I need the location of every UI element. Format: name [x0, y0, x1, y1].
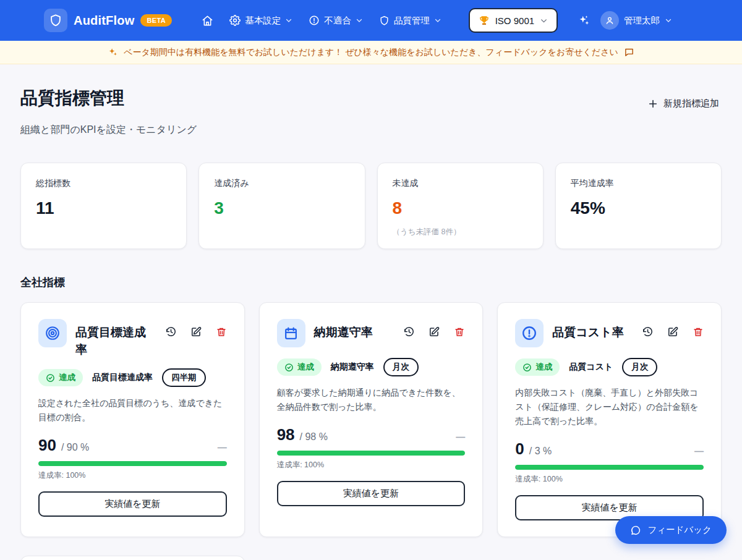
feedback-button[interactable]: フィードバック	[615, 516, 727, 544]
nav-item-settings[interactable]: 基本設定	[229, 15, 292, 27]
nav-item-nonconformity[interactable]: 不適合	[309, 15, 363, 27]
progress-label: 達成率: 100%	[515, 474, 704, 485]
stat-label: 総指標数	[36, 178, 171, 189]
edit-button[interactable]	[190, 326, 202, 337]
stat-card-total: 総指標数 11	[20, 163, 187, 249]
history-button[interactable]	[642, 326, 654, 337]
stat-value: 11	[36, 198, 171, 218]
nav-item-quality[interactable]: 品質管理	[379, 15, 441, 27]
chevron-down-icon	[285, 17, 292, 24]
nav-item-label: 基本設定	[245, 15, 281, 27]
calendar-icon	[277, 319, 305, 347]
delete-button[interactable]	[216, 326, 227, 337]
frequency-pill: 四半期	[162, 368, 206, 387]
user-menu[interactable]: 管理太郎	[600, 11, 672, 30]
update-actual-button[interactable]: 実績値を更新	[277, 481, 466, 506]
history-icon	[642, 326, 654, 337]
trash-icon	[216, 326, 227, 337]
chevron-down-icon	[540, 17, 548, 25]
delete-button[interactable]	[454, 326, 465, 337]
edit-button[interactable]	[429, 326, 440, 337]
sparkles-icon	[578, 14, 591, 27]
avatar	[600, 11, 619, 30]
status-badge: 達成	[277, 358, 322, 376]
sparkles-icon	[108, 47, 118, 57]
nav-home[interactable]	[202, 15, 213, 27]
edit-icon	[667, 326, 679, 337]
brand-name: AuditFlow	[74, 14, 134, 28]
kpi-target: / 90 %	[61, 442, 89, 453]
check-circle-icon	[284, 363, 294, 372]
top-navbar: AuditFlow BETA 基本設定 不適合 品質管理 ISO 9001	[0, 0, 742, 41]
kpi-target: / 98 %	[300, 431, 328, 443]
progress-label: 達成率: 100%	[38, 470, 227, 481]
banner-text: ベータ期間中は有料機能を無料でお試しいただけます！ ぜひ様々な機能をお試しいただ…	[124, 47, 618, 58]
kpi-value: 0	[515, 439, 524, 459]
chat-bubble-icon[interactable]	[624, 47, 634, 57]
kpi-title: 品質コスト率	[552, 319, 633, 341]
shield-icon	[379, 15, 390, 26]
page-subtitle: 組織と部門のKPIを設定・モニタリング	[20, 124, 722, 137]
kpi-description: 設定された全社の品質目標のうち、達成できた目標の割合。	[38, 396, 227, 425]
sparkles-button[interactable]	[578, 14, 591, 27]
kpi-grid: 品質目標達成率 達成 品質目標達成率 四半期 設定された全社の品質目標のうち、達…	[20, 302, 722, 537]
metric-name: 品質コスト	[569, 362, 613, 373]
kpi-description: 顧客が要求した納期通りに納品できた件数を、全納品件数で割った比率。	[277, 386, 466, 414]
history-button[interactable]	[403, 326, 415, 337]
stat-label: 平均達成率	[571, 178, 706, 189]
add-metric-button[interactable]: 新規指標追加	[646, 93, 722, 114]
nav-item-label: 品質管理	[394, 15, 430, 27]
history-icon	[165, 326, 177, 337]
trend-indicator: —	[456, 431, 465, 442]
feedback-label: フィードバック	[647, 524, 712, 536]
brand[interactable]: AuditFlow BETA	[44, 9, 172, 32]
progress-bar	[38, 461, 227, 466]
stat-label: 未達成	[393, 178, 528, 189]
home-icon	[202, 15, 213, 27]
beta-banner: ベータ期間中は有料機能を無料でお試しいただけます！ ぜひ様々な機能をお試しいただ…	[0, 41, 742, 64]
delete-button[interactable]	[693, 326, 704, 337]
chat-bubble-icon	[630, 525, 641, 536]
progress-bar	[515, 465, 704, 470]
stat-label: 達成済み	[214, 178, 349, 189]
frequency-pill: 月次	[622, 358, 657, 376]
frequency-pill: 月次	[383, 358, 419, 376]
metric-name: 納期遵守率	[331, 362, 374, 373]
check-circle-icon	[46, 373, 55, 383]
kpi-value: 98	[277, 425, 295, 444]
standard-selector-value: ISO 9001	[495, 15, 534, 26]
gear-icon	[229, 15, 241, 26]
main-content: 品質指標管理 新規指標追加 組織と部門のKPIを設定・モニタリング 総指標数 1…	[0, 64, 742, 560]
stat-card-average: 平均達成率 45%	[555, 163, 722, 249]
metric-name: 品質目標達成率	[92, 372, 153, 383]
nav-item-label: 不適合	[324, 15, 351, 27]
section-title-company-metrics: 全社指標	[20, 275, 722, 290]
user-icon	[605, 15, 615, 25]
trend-indicator: —	[694, 446, 704, 456]
next-kpi-row	[20, 556, 722, 560]
kpi-description: 内部失敗コスト（廃棄、手直し）と外部失敗コスト（保証修理、クレーム対応）の合計金…	[515, 386, 704, 428]
status-badge: 達成	[38, 369, 83, 386]
kpi-card: 品質目標達成率 達成 品質目標達成率 四半期 設定された全社の品質目標のうち、達…	[20, 302, 245, 537]
page-title: 品質指標管理	[20, 89, 124, 108]
kpi-card: 納期遵守率 達成 納期遵守率 月次 顧客が要求した納期通りに納品できた件数を、全…	[259, 302, 484, 537]
stat-card-achieved: 達成済み 3	[198, 163, 365, 249]
update-actual-button[interactable]: 実績値を更新	[38, 491, 227, 517]
stat-value: 45%	[571, 198, 706, 218]
add-metric-label: 新規指標追加	[663, 98, 719, 109]
progress-label: 達成率: 100%	[277, 460, 466, 470]
edit-button[interactable]	[667, 326, 679, 337]
history-icon	[403, 326, 415, 337]
standard-selector[interactable]: ISO 9001	[469, 8, 558, 33]
trend-indicator: —	[218, 442, 227, 452]
history-button[interactable]	[165, 326, 177, 337]
kpi-value: 90	[38, 436, 56, 455]
chevron-down-icon	[665, 17, 672, 24]
stat-value: 3	[214, 198, 349, 218]
stat-note: （うち未評価 8件）	[393, 227, 528, 237]
alert-circle-icon	[515, 319, 544, 347]
stat-value: 8	[393, 198, 528, 218]
shield-logo-icon	[44, 9, 67, 32]
kpi-title: 納期遵守率	[314, 319, 395, 341]
status-badge: 達成	[515, 358, 560, 376]
